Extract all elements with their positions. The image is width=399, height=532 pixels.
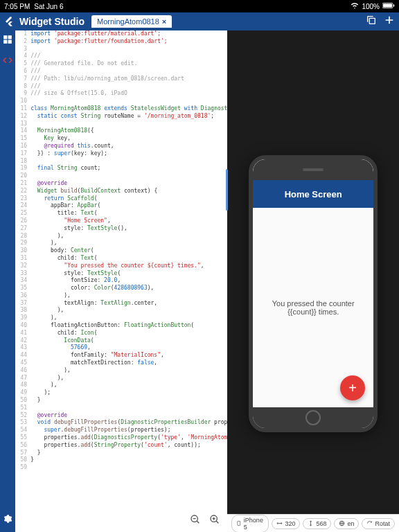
code-line[interactable]: 8/// xyxy=(15,83,227,91)
code-line[interactable]: 36 ), xyxy=(15,292,227,300)
code-line[interactable]: 45 matchTextDirection: false, xyxy=(15,360,227,367)
settings-icon[interactable] xyxy=(3,514,12,526)
battery-icon xyxy=(382,2,395,10)
code-line[interactable]: 19 final String count; xyxy=(15,165,227,172)
code-line[interactable]: 46 ), xyxy=(15,367,227,375)
code-line[interactable]: 49 ); xyxy=(15,389,227,397)
battery-pct: 100% xyxy=(362,3,380,10)
device-frame: Home Screen You pressed the counter {{co… xyxy=(249,155,378,432)
height-chip[interactable]: 568 xyxy=(303,518,331,529)
copy-icon[interactable] xyxy=(366,15,377,28)
status-date: Sat Jun 6 xyxy=(34,3,63,10)
code-line[interactable]: 44 fontFamily: "MaterialIcons", xyxy=(15,352,227,360)
code-line[interactable]: 39 ), xyxy=(15,314,227,322)
code-line[interactable]: 13 xyxy=(15,121,227,128)
tab-label: MorningAtom0818 xyxy=(97,17,159,26)
code-line[interactable]: 11class MorningAtom0818 extends Stateles… xyxy=(15,105,227,113)
code-line[interactable]: 29 ), xyxy=(15,240,227,247)
rotate-chip[interactable]: Rotat xyxy=(362,518,395,529)
code-line[interactable]: 20 xyxy=(15,172,227,180)
plus-icon[interactable] xyxy=(384,15,395,28)
code-line[interactable]: 27 style: TextStyle(), xyxy=(15,225,227,233)
code-line[interactable]: 21 @override xyxy=(15,180,227,188)
code-line[interactable]: 24 appBar: AppBar( xyxy=(15,202,227,210)
scroll-indicator[interactable] xyxy=(226,169,228,211)
code-line[interactable]: 59 xyxy=(15,464,227,472)
svg-rect-5 xyxy=(8,35,12,39)
preview-appbar-title: Home Screen xyxy=(285,189,342,200)
left-rail xyxy=(0,30,15,532)
code-line[interactable]: 55 properties.add(DiagnosticsProperty('t… xyxy=(15,434,227,442)
code-line[interactable]: 16 @required this.count, xyxy=(15,143,227,150)
code-line[interactable]: 22 Widget build(BuildContext context) { xyxy=(15,188,227,195)
code-line[interactable]: 56 properties.add(StringProperty('count'… xyxy=(15,442,227,450)
code-line[interactable]: 32 "You pressed the counter ${count} tim… xyxy=(15,263,227,270)
locale-chip[interactable]: en xyxy=(334,518,359,529)
status-bar: 7:05 PM Sat Jun 6 100% xyxy=(0,0,399,12)
widgets-icon[interactable] xyxy=(3,35,12,47)
code-editor[interactable]: 1import 'package:flutter/material.dart';… xyxy=(15,30,227,532)
code-line[interactable]: 10 xyxy=(15,98,227,105)
code-line[interactable]: 25 title: Text( xyxy=(15,210,227,218)
flutter-logo-icon xyxy=(4,16,15,27)
code-line[interactable]: 23 return Scaffold( xyxy=(15,195,227,203)
plus-icon: + xyxy=(348,380,357,396)
preview-body-text: You pressed the counter {{count}} times. xyxy=(260,299,366,316)
code-line[interactable]: 58} xyxy=(15,456,227,464)
code-line[interactable]: 31 child: Text( xyxy=(15,255,227,263)
svg-rect-10 xyxy=(238,521,240,525)
preview-appbar: Home Screen xyxy=(253,180,373,208)
code-line[interactable]: 47 ), xyxy=(15,375,227,382)
code-line[interactable]: 34 fontSize: 20.0, xyxy=(15,277,227,285)
code-line[interactable]: 48 ), xyxy=(15,382,227,389)
code-line[interactable]: 37 textAlign: TextAlign.center, xyxy=(15,300,227,308)
svg-rect-6 xyxy=(3,40,7,44)
code-line[interactable]: 57 } xyxy=(15,450,227,457)
code-line[interactable]: 2import 'package:flutter/foundation.dart… xyxy=(15,38,227,46)
code-line[interactable]: 5/// Generated file. Do not edit. xyxy=(15,60,227,68)
code-line[interactable]: 51 xyxy=(15,405,227,412)
code-line[interactable]: 33 style: TextStyle( xyxy=(15,270,227,278)
preview-pane: Home Screen You pressed the counter {{co… xyxy=(227,30,399,532)
code-line[interactable]: 40 floatingActionButton: FloatingActionB… xyxy=(15,322,227,330)
code-line[interactable]: 28 ), xyxy=(15,233,227,240)
code-line[interactable]: 15 Key key, xyxy=(15,135,227,143)
device-selector[interactable]: iPhone 5 xyxy=(231,515,269,533)
preview-fab[interactable]: + xyxy=(340,375,365,400)
code-line[interactable]: 50 } xyxy=(15,397,227,405)
home-button-icon xyxy=(305,410,321,425)
close-icon[interactable]: × xyxy=(162,17,166,26)
code-line[interactable]: 7/// Path: lib/ui/morning_atom_0818/scre… xyxy=(15,76,227,83)
code-line[interactable]: 17 }) : super(key: key); xyxy=(15,150,227,158)
code-line[interactable]: 4/// xyxy=(15,53,227,60)
code-icon[interactable] xyxy=(3,55,12,68)
status-time: 7:05 PM xyxy=(4,3,30,10)
code-line[interactable]: 38 ), xyxy=(15,307,227,314)
code-line[interactable]: 30 body: Center( xyxy=(15,247,227,255)
code-line[interactable]: 35 color: Color(4286808963), xyxy=(15,285,227,292)
zoom-out-icon[interactable] xyxy=(190,514,201,528)
code-line[interactable]: 12 static const String routeName = '/mor… xyxy=(15,113,227,121)
svg-rect-3 xyxy=(369,18,375,24)
code-line[interactable]: 54 super.debugFillProperties(properties)… xyxy=(15,427,227,434)
svg-rect-1 xyxy=(383,3,392,7)
width-chip[interactable]: 320 xyxy=(272,518,300,529)
zoom-in-icon[interactable] xyxy=(209,514,220,528)
code-line[interactable]: 3 xyxy=(15,46,227,53)
code-line[interactable]: 43 57669, xyxy=(15,344,227,352)
code-line[interactable]: 41 child: Icon( xyxy=(15,330,227,337)
code-line[interactable]: 53 void debugFillProperties(DiagnosticPr… xyxy=(15,419,227,427)
code-line[interactable]: 42 IconData( xyxy=(15,337,227,345)
app-header: Widget Studio MorningAtom0818 × xyxy=(0,12,399,30)
editor-tab[interactable]: MorningAtom0818 × xyxy=(91,15,172,28)
code-line[interactable]: 1import 'package:flutter/material.dart'; xyxy=(15,30,227,38)
app-title: Widget Studio xyxy=(19,16,85,27)
svg-rect-4 xyxy=(3,35,7,39)
preview-bottom-bar: iPhone 5 320 568 en Rotat xyxy=(227,514,399,532)
code-line[interactable]: 14 MorningAtom0818({ xyxy=(15,127,227,135)
code-line[interactable]: 6/// xyxy=(15,68,227,76)
code-line[interactable]: 18 xyxy=(15,158,227,166)
code-line[interactable]: 52 @override xyxy=(15,412,227,420)
code-line[interactable]: 26 "Home Screen", xyxy=(15,218,227,225)
code-line[interactable]: 9/// size & Offset(15.0, iPadO xyxy=(15,90,227,98)
